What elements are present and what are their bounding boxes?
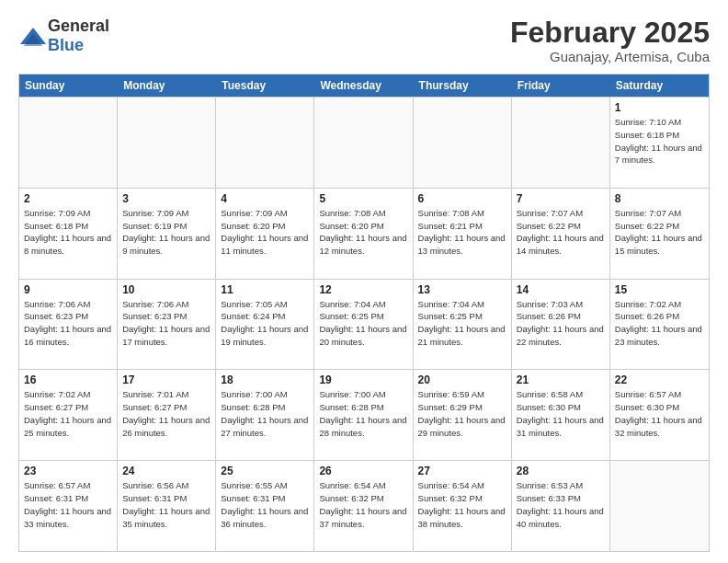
day-number: 5 (319, 192, 407, 205)
calendar-day-6: 6Sunrise: 7:08 AMSunset: 6:21 PMDaylight… (414, 189, 512, 279)
day-info: Sunrise: 7:06 AMSunset: 6:23 PMDaylight:… (24, 298, 112, 349)
day-info: Sunrise: 7:05 AMSunset: 6:24 PMDaylight:… (221, 298, 309, 349)
day-info: Sunrise: 7:09 AMSunset: 6:20 PMDaylight:… (221, 207, 309, 258)
calendar-day-18: 18Sunrise: 7:00 AMSunset: 6:28 PMDayligh… (216, 370, 314, 460)
calendar-day-empty (414, 98, 512, 188)
calendar-week-5: 23Sunrise: 6:57 AMSunset: 6:31 PMDayligh… (19, 460, 709, 551)
calendar-day-20: 20Sunrise: 6:59 AMSunset: 6:29 PMDayligh… (414, 370, 512, 460)
day-info: Sunrise: 7:01 AMSunset: 6:27 PMDaylight:… (122, 388, 210, 439)
calendar-day-24: 24Sunrise: 6:56 AMSunset: 6:31 PMDayligh… (118, 461, 216, 551)
day-info: Sunrise: 7:09 AMSunset: 6:19 PMDaylight:… (122, 207, 210, 258)
day-number: 12 (319, 283, 407, 296)
calendar-day-empty (314, 98, 413, 188)
calendar-header-cell: Thursday (414, 75, 512, 97)
page: General Blue February 2025 Guanajay, Art… (0, 0, 728, 563)
day-info: Sunrise: 7:08 AMSunset: 6:21 PMDaylight:… (418, 207, 506, 258)
day-number: 8 (615, 192, 704, 205)
day-info: Sunrise: 6:57 AMSunset: 6:30 PMDaylight:… (615, 388, 704, 439)
day-number: 19 (319, 373, 407, 386)
day-info: Sunrise: 7:08 AMSunset: 6:20 PMDaylight:… (319, 207, 407, 258)
calendar-day-23: 23Sunrise: 6:57 AMSunset: 6:31 PMDayligh… (19, 461, 118, 551)
day-info: Sunrise: 7:07 AMSunset: 6:22 PMDaylight:… (517, 207, 605, 258)
day-number: 25 (221, 465, 309, 477)
day-number: 14 (517, 283, 605, 296)
calendar-header-cell: Tuesday (216, 75, 314, 97)
calendar-day-empty (19, 98, 118, 188)
day-number: 20 (418, 373, 506, 386)
logo-icon (18, 26, 44, 46)
day-info: Sunrise: 7:02 AMSunset: 6:27 PMDaylight:… (24, 388, 112, 439)
day-number: 9 (24, 283, 112, 296)
calendar-day-28: 28Sunrise: 6:53 AMSunset: 6:33 PMDayligh… (512, 461, 610, 551)
calendar-day-21: 21Sunrise: 6:58 AMSunset: 6:30 PMDayligh… (512, 370, 610, 460)
title-location: Guanajay, Artemisa, Cuba (510, 49, 710, 64)
calendar-day-empty (512, 98, 610, 188)
day-info: Sunrise: 7:06 AMSunset: 6:23 PMDaylight:… (122, 298, 210, 349)
calendar-day-26: 26Sunrise: 6:54 AMSunset: 6:32 PMDayligh… (314, 461, 413, 551)
calendar-day-15: 15Sunrise: 7:02 AMSunset: 6:26 PMDayligh… (610, 280, 709, 370)
calendar-day-25: 25Sunrise: 6:55 AMSunset: 6:31 PMDayligh… (216, 461, 314, 551)
day-info: Sunrise: 7:07 AMSunset: 6:22 PMDaylight:… (615, 207, 704, 258)
calendar-day-empty (610, 461, 709, 551)
calendar-header-cell: Saturday (610, 75, 709, 97)
day-number: 18 (221, 373, 309, 386)
day-number: 10 (122, 283, 210, 296)
day-number: 13 (418, 283, 506, 296)
day-info: Sunrise: 6:55 AMSunset: 6:31 PMDaylight:… (221, 479, 309, 530)
day-info: Sunrise: 6:54 AMSunset: 6:32 PMDaylight:… (418, 479, 506, 530)
day-number: 26 (319, 465, 407, 477)
day-number: 28 (517, 465, 605, 477)
calendar-header-cell: Friday (512, 75, 610, 97)
calendar-day-4: 4Sunrise: 7:09 AMSunset: 6:20 PMDaylight… (216, 189, 314, 279)
calendar-day-22: 22Sunrise: 6:57 AMSunset: 6:30 PMDayligh… (610, 370, 709, 460)
day-info: Sunrise: 7:00 AMSunset: 6:28 PMDaylight:… (319, 388, 407, 439)
day-number: 3 (122, 192, 210, 205)
calendar-day-11: 11Sunrise: 7:05 AMSunset: 6:24 PMDayligh… (216, 280, 314, 370)
calendar-day-8: 8Sunrise: 7:07 AMSunset: 6:22 PMDaylight… (610, 189, 709, 279)
day-number: 15 (615, 283, 704, 296)
day-info: Sunrise: 7:10 AMSunset: 6:18 PMDaylight:… (615, 116, 704, 167)
calendar-day-empty (216, 98, 314, 188)
calendar-day-13: 13Sunrise: 7:04 AMSunset: 6:25 PMDayligh… (414, 280, 512, 370)
calendar-day-5: 5Sunrise: 7:08 AMSunset: 6:20 PMDaylight… (314, 189, 413, 279)
calendar-day-17: 17Sunrise: 7:01 AMSunset: 6:27 PMDayligh… (118, 370, 216, 460)
day-info: Sunrise: 6:53 AMSunset: 6:33 PMDaylight:… (517, 479, 605, 530)
day-number: 27 (418, 465, 506, 477)
calendar-week-3: 9Sunrise: 7:06 AMSunset: 6:23 PMDaylight… (19, 279, 709, 370)
calendar-day-9: 9Sunrise: 7:06 AMSunset: 6:23 PMDaylight… (19, 280, 118, 370)
day-info: Sunrise: 6:56 AMSunset: 6:31 PMDaylight:… (122, 479, 210, 530)
logo: General Blue (18, 17, 109, 55)
day-info: Sunrise: 7:00 AMSunset: 6:28 PMDaylight:… (221, 388, 309, 439)
day-info: Sunrise: 7:04 AMSunset: 6:25 PMDaylight:… (418, 298, 506, 349)
logo-text: General Blue (48, 17, 109, 55)
day-number: 24 (122, 465, 210, 477)
calendar-day-10: 10Sunrise: 7:06 AMSunset: 6:23 PMDayligh… (118, 280, 216, 370)
calendar-day-27: 27Sunrise: 6:54 AMSunset: 6:32 PMDayligh… (414, 461, 512, 551)
calendar-day-1: 1Sunrise: 7:10 AMSunset: 6:18 PMDaylight… (610, 98, 709, 188)
day-number: 6 (418, 192, 506, 205)
calendar-day-3: 3Sunrise: 7:09 AMSunset: 6:19 PMDaylight… (118, 189, 216, 279)
day-number: 1 (615, 101, 704, 114)
day-number: 17 (122, 373, 210, 386)
day-info: Sunrise: 7:02 AMSunset: 6:26 PMDaylight:… (615, 298, 704, 349)
day-info: Sunrise: 7:04 AMSunset: 6:25 PMDaylight:… (319, 298, 407, 349)
day-number: 4 (221, 192, 309, 205)
calendar-week-4: 16Sunrise: 7:02 AMSunset: 6:27 PMDayligh… (19, 369, 709, 460)
title-month: February 2025 (510, 17, 710, 49)
calendar-day-2: 2Sunrise: 7:09 AMSunset: 6:18 PMDaylight… (19, 189, 118, 279)
calendar-day-19: 19Sunrise: 7:00 AMSunset: 6:28 PMDayligh… (314, 370, 413, 460)
calendar-day-7: 7Sunrise: 7:07 AMSunset: 6:22 PMDaylight… (512, 189, 610, 279)
day-number: 23 (24, 465, 112, 477)
calendar-header: SundayMondayTuesdayWednesdayThursdayFrid… (19, 75, 709, 97)
day-info: Sunrise: 6:57 AMSunset: 6:31 PMDaylight:… (24, 479, 112, 530)
calendar-day-16: 16Sunrise: 7:02 AMSunset: 6:27 PMDayligh… (19, 370, 118, 460)
calendar: SundayMondayTuesdayWednesdayThursdayFrid… (18, 74, 710, 552)
day-number: 2 (24, 192, 112, 205)
calendar-day-14: 14Sunrise: 7:03 AMSunset: 6:26 PMDayligh… (512, 280, 610, 370)
calendar-day-empty (118, 98, 216, 188)
logo-blue: Blue (48, 36, 84, 54)
day-info: Sunrise: 6:59 AMSunset: 6:29 PMDaylight:… (418, 388, 506, 439)
header: General Blue February 2025 Guanajay, Art… (18, 17, 710, 64)
title-block: February 2025 Guanajay, Artemisa, Cuba (510, 17, 710, 64)
calendar-week-1: 1Sunrise: 7:10 AMSunset: 6:18 PMDaylight… (19, 97, 709, 188)
